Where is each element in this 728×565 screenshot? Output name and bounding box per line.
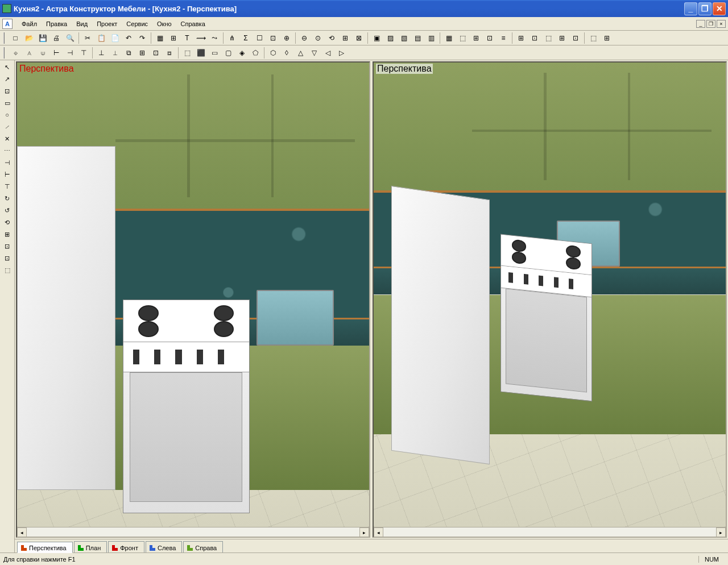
toolbar-grip[interactable] bbox=[3, 32, 7, 44]
menu-item-4[interactable]: Сервис bbox=[122, 19, 152, 29]
viewport-left-canvas[interactable] bbox=[17, 63, 369, 527]
vtoolbar-button[interactable]: ↺ bbox=[1, 205, 14, 216]
toolbar-button[interactable]: ▢ bbox=[222, 47, 234, 59]
toolbar-button[interactable]: ⬠ bbox=[249, 47, 262, 59]
toolbar-button[interactable]: ▭ bbox=[208, 47, 221, 59]
toolbar-button[interactable]: ⧉ bbox=[122, 47, 135, 59]
toolbar-button[interactable]: ⊣ bbox=[64, 47, 76, 59]
vtoolbar-button[interactable]: ↻ bbox=[1, 193, 14, 204]
toolbar-button[interactable]: ⊠ bbox=[353, 32, 365, 44]
toolbar-button[interactable]: ▣ bbox=[370, 32, 383, 44]
scroll-track[interactable] bbox=[27, 527, 359, 537]
toolbar-button[interactable]: ◊ bbox=[280, 47, 293, 59]
toolbar-button[interactable]: ▽ bbox=[308, 47, 320, 59]
toolbar-button[interactable]: Σ bbox=[239, 32, 252, 44]
toolbar-button[interactable]: ⟂ bbox=[109, 47, 121, 59]
toolbar-grip[interactable] bbox=[3, 47, 7, 59]
toolbar-button[interactable]: 📋 bbox=[95, 32, 107, 44]
vtoolbar-button[interactable]: ⊡ bbox=[1, 252, 14, 264]
toolbar-button[interactable]: ⊞ bbox=[515, 32, 527, 44]
toolbar-button[interactable]: ⊞ bbox=[556, 32, 568, 44]
scroll-left-button[interactable]: ◂ bbox=[374, 527, 383, 537]
vtoolbar-button[interactable]: ▭ bbox=[1, 97, 14, 109]
vtoolbar-button[interactable]: ○ bbox=[1, 109, 14, 121]
toolbar-button[interactable]: ⊤ bbox=[77, 47, 90, 59]
toolbar-button[interactable]: ≡ bbox=[497, 32, 510, 44]
menu-item-2[interactable]: Вид bbox=[72, 19, 92, 29]
scroll-right-button[interactable]: ▸ bbox=[359, 527, 369, 537]
menu-item-5[interactable]: Окно bbox=[152, 19, 176, 29]
menu-item-0[interactable]: Файл bbox=[17, 19, 42, 29]
toolbar-button[interactable]: ⊢ bbox=[50, 47, 63, 59]
toolbar-button[interactable]: ⟿ bbox=[195, 32, 207, 44]
toolbar-button[interactable]: ⋔ bbox=[226, 32, 238, 44]
toolbar-button[interactable]: 📂 bbox=[23, 32, 35, 44]
viewport-left[interactable]: Перспектива bbox=[16, 61, 370, 538]
toolbar-button[interactable]: □ bbox=[9, 32, 22, 44]
scroll-right-button[interactable]: ▸ bbox=[716, 527, 726, 537]
toolbar-button[interactable]: ⊙ bbox=[312, 32, 324, 44]
toolbar-button[interactable]: T bbox=[181, 32, 193, 44]
toolbar-button[interactable]: ⊡ bbox=[483, 32, 496, 44]
menu-item-3[interactable]: Проект bbox=[92, 19, 122, 29]
toolbar-button[interactable]: ⊡ bbox=[569, 32, 582, 44]
toolbar-button[interactable]: 🖨 bbox=[50, 32, 63, 44]
minimize-button[interactable]: _ bbox=[684, 2, 697, 15]
vtoolbar-button[interactable]: ↖ bbox=[1, 61, 14, 73]
toolbar-button[interactable]: ▤ bbox=[411, 32, 424, 44]
vtoolbar-button[interactable]: ✕ bbox=[1, 133, 14, 144]
viewport-right[interactable]: Перспектива bbox=[373, 61, 727, 538]
vtoolbar-button[interactable]: ⋯ bbox=[1, 145, 14, 156]
toolbar-button[interactable]: 🔍 bbox=[64, 32, 76, 44]
mdi-close-button[interactable]: × bbox=[717, 20, 726, 28]
toolbar-button[interactable]: ⬚ bbox=[542, 32, 555, 44]
toolbar-button[interactable]: ⬡ bbox=[267, 47, 279, 59]
toolbar-button[interactable]: ⟑ bbox=[23, 47, 35, 59]
mdi-minimize-button[interactable]: _ bbox=[696, 20, 705, 28]
toolbar-button[interactable]: ⊞ bbox=[339, 32, 351, 44]
toolbar-button[interactable]: ↷ bbox=[136, 32, 148, 44]
close-button[interactable]: ✕ bbox=[713, 2, 726, 15]
app-menu-icon[interactable]: A bbox=[2, 19, 13, 29]
toolbar-button[interactable]: ⤳ bbox=[208, 32, 221, 44]
toolbar-button[interactable]: ⬛ bbox=[195, 47, 207, 59]
toolbar-button[interactable]: ⊡ bbox=[150, 47, 162, 59]
toolbar-button[interactable]: ↶ bbox=[122, 32, 135, 44]
mdi-restore-button[interactable]: ❐ bbox=[706, 20, 715, 28]
toolbar-button[interactable]: ⬚ bbox=[181, 47, 193, 59]
toolbar-button[interactable]: 💾 bbox=[36, 32, 49, 44]
view-tab-Слева[interactable]: Слева bbox=[146, 541, 182, 552]
vtoolbar-button[interactable]: ⟋ bbox=[1, 121, 14, 132]
toolbar-button[interactable]: ▷ bbox=[335, 47, 348, 59]
toolbar-button[interactable]: ◈ bbox=[235, 47, 248, 59]
toolbar-button[interactable]: ▥ bbox=[425, 32, 437, 44]
view-tab-План[interactable]: План bbox=[74, 541, 107, 552]
toolbar-button[interactable]: △ bbox=[294, 47, 307, 59]
view-tab-Фронт[interactable]: Фронт bbox=[108, 541, 144, 552]
toolbar-button[interactable]: ▦ bbox=[154, 32, 166, 44]
toolbar-button[interactable]: ⟲ bbox=[325, 32, 338, 44]
toolbar-button[interactable]: ⟐ bbox=[9, 47, 22, 59]
toolbar-button[interactable]: ▦ bbox=[442, 32, 455, 44]
toolbar-button[interactable]: ⊡ bbox=[267, 32, 279, 44]
scroll-left-button[interactable]: ◂ bbox=[17, 527, 27, 537]
vtoolbar-button[interactable]: ⊞ bbox=[1, 229, 14, 240]
toolbar-button[interactable]: ⊕ bbox=[280, 32, 293, 44]
toolbar-button[interactable]: ⊖ bbox=[298, 32, 311, 44]
toolbar-button[interactable]: ⊞ bbox=[601, 32, 613, 44]
toolbar-button[interactable]: 📄 bbox=[109, 32, 121, 44]
vtoolbar-button[interactable]: ⊣ bbox=[1, 157, 14, 168]
toolbar-button[interactable]: ⊞ bbox=[136, 47, 148, 59]
toolbar-button[interactable]: ⟒ bbox=[36, 47, 49, 59]
toolbar-button[interactable]: ⊞ bbox=[167, 32, 180, 44]
vtoolbar-button[interactable]: ⬚ bbox=[1, 264, 14, 276]
view-tab-Справа[interactable]: Справа bbox=[183, 541, 223, 552]
vtoolbar-button[interactable]: ⊡ bbox=[1, 240, 14, 252]
toolbar-button[interactable]: ☐ bbox=[253, 32, 266, 44]
toolbar-button[interactable]: ⊥ bbox=[95, 47, 107, 59]
vtoolbar-button[interactable]: ⊡ bbox=[1, 85, 14, 97]
menu-item-1[interactable]: Правка bbox=[42, 19, 72, 29]
viewport-right-hscrollbar[interactable]: ◂ ▸ bbox=[374, 527, 726, 537]
vtoolbar-button[interactable]: ↗ bbox=[1, 73, 14, 85]
toolbar-button[interactable]: ⬚ bbox=[456, 32, 469, 44]
